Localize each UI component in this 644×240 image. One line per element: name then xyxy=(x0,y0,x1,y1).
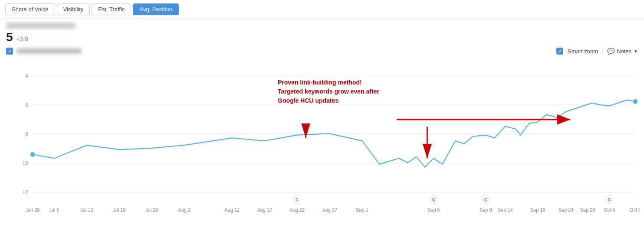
notes-label: Notes xyxy=(617,48,631,55)
svg-text:G: G xyxy=(484,198,487,203)
legend-right: Smart zoom 💬 Notes ▼ xyxy=(556,48,638,55)
svg-text:Jul 5: Jul 5 xyxy=(49,207,59,213)
legend-checkbox[interactable] xyxy=(6,48,13,55)
chart-container: 4 6 8 10 12 G G G G xyxy=(0,56,644,217)
svg-text:Sep 9: Sep 9 xyxy=(480,207,492,213)
svg-text:Jul 26: Jul 26 xyxy=(145,207,158,213)
tab-visibility[interactable]: Visibility xyxy=(57,3,90,15)
svg-text:10: 10 xyxy=(23,159,28,166)
svg-text:Aug 12: Aug 12 xyxy=(224,207,240,213)
end-dot xyxy=(633,99,637,104)
blurred-series-label xyxy=(16,49,82,54)
svg-text:Oct 9: Oct 9 xyxy=(630,207,640,213)
legend-left xyxy=(6,48,82,55)
svg-text:Oct 4: Oct 4 xyxy=(604,207,615,213)
svg-text:Sep 14: Sep 14 xyxy=(498,207,513,213)
legend-row: Smart zoom 💬 Notes ▼ xyxy=(0,46,644,56)
chart-svg: 4 6 8 10 12 G G G G xyxy=(20,56,640,217)
tab-est-traffic[interactable]: Est. Traffic xyxy=(92,3,131,15)
svg-text:Jul 19: Jul 19 xyxy=(113,207,125,213)
notes-icon: 💬 xyxy=(607,48,614,55)
start-dot xyxy=(30,152,35,157)
metric-area: 5 +3.6 xyxy=(0,19,644,46)
blurred-domain-label xyxy=(6,23,76,29)
svg-text:6: 6 xyxy=(25,101,28,108)
metric-value-row: 5 +3.6 xyxy=(6,30,638,44)
svg-text:Jul 12: Jul 12 xyxy=(80,207,93,213)
svg-text:8: 8 xyxy=(25,130,28,137)
chart-line xyxy=(33,100,635,167)
svg-text:Aug 27: Aug 27 xyxy=(322,207,337,213)
svg-text:Aug 17: Aug 17 xyxy=(257,207,272,213)
svg-text:Sep 19: Sep 19 xyxy=(530,207,545,213)
svg-text:Sep 29: Sep 29 xyxy=(580,207,595,213)
svg-text:Aug 2: Aug 2 xyxy=(178,207,191,213)
svg-text:G: G xyxy=(608,198,611,203)
svg-text:G: G xyxy=(432,198,435,203)
svg-text:4: 4 xyxy=(25,72,28,79)
svg-text:Jun 28: Jun 28 xyxy=(25,207,39,213)
svg-text:G: G xyxy=(296,198,299,203)
notes-button[interactable]: 💬 Notes ▼ xyxy=(602,48,638,55)
svg-text:Aug 22: Aug 22 xyxy=(289,207,305,213)
metric-delta: +3.6 xyxy=(16,36,29,42)
smart-zoom-checkbox[interactable] xyxy=(556,48,563,55)
notes-chevron-icon: ▼ xyxy=(634,49,638,54)
svg-text:Sep 1: Sep 1 xyxy=(356,207,368,213)
tab-share-of-voice[interactable]: Share of Voice xyxy=(5,3,55,15)
metric-number: 5 xyxy=(6,30,13,44)
svg-text:12: 12 xyxy=(23,189,28,196)
smart-zoom-label: Smart zoom xyxy=(568,48,598,55)
svg-text:Sep 5: Sep 5 xyxy=(427,207,440,213)
tab-avg-position[interactable]: Avg. Position xyxy=(133,3,179,15)
tab-bar: Share of Voice Visibility Est. Traffic A… xyxy=(0,0,644,19)
svg-text:Sep 24: Sep 24 xyxy=(559,207,574,213)
